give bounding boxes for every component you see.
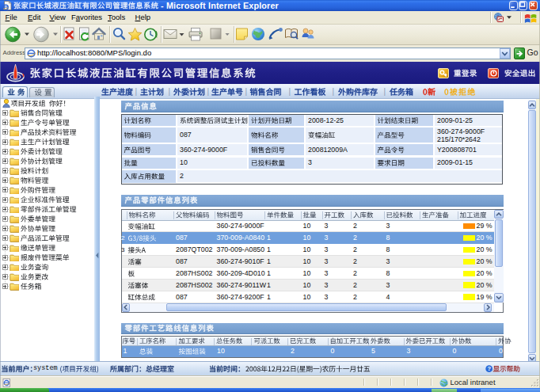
svg-text:?: ? <box>487 366 491 373</box>
